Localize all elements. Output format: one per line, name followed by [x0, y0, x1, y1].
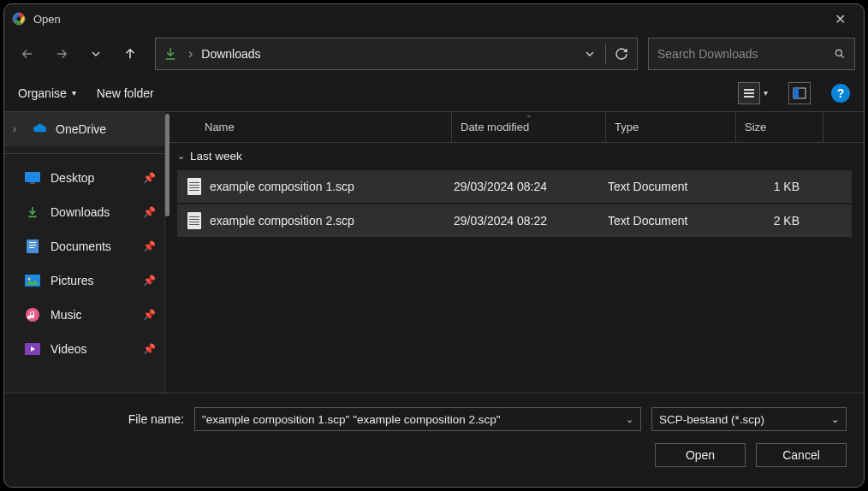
file-type: Text Document: [599, 180, 729, 193]
close-button[interactable]: ✕: [823, 11, 857, 27]
forward-button[interactable]: [47, 39, 76, 68]
sidebar-item-label: OneDrive: [56, 122, 106, 136]
downloads-icon: [156, 46, 185, 62]
footer: File name: ⌄ SCP-bestand (*.scp) ⌄ Open …: [4, 393, 864, 487]
sidebar-item-videos[interactable]: Videos 📌: [4, 332, 164, 366]
svg-rect-8: [25, 172, 40, 182]
sidebar-item-pictures[interactable]: Pictures 📌: [4, 263, 164, 298]
back-button[interactable]: [13, 39, 42, 68]
chevron-down-icon: ▾: [72, 88, 76, 98]
sidebar-item-label: Videos: [51, 342, 133, 356]
file-type: Text Document: [599, 214, 729, 228]
titlebar: Open ✕: [4, 4, 864, 33]
file-date: 29/03/2024 08:22: [445, 214, 599, 228]
search-icon[interactable]: [834, 48, 846, 60]
chevron-down-icon: ⌄: [831, 414, 839, 425]
help-button[interactable]: ?: [831, 84, 850, 103]
music-icon: [25, 307, 40, 322]
chevron-down-icon[interactable]: ▾: [764, 88, 768, 98]
file-date: 29/03/2024 08:24: [445, 180, 599, 193]
pictures-icon: [25, 273, 40, 288]
column-name[interactable]: Name: [174, 112, 452, 142]
main: › OneDrive Desktop 📌 Downloads 📌 Documen…: [4, 112, 864, 393]
desktop-icon: [25, 170, 40, 186]
svg-point-1: [17, 17, 21, 21]
file-open-dialog: Open ✕ › Downloads: [3, 3, 865, 488]
file-icon: [187, 178, 201, 195]
sidebar-item-label: Downloads: [51, 205, 133, 219]
svg-rect-7: [794, 88, 799, 98]
sidebar-item-label: Documents: [51, 240, 133, 253]
up-button[interactable]: [116, 39, 145, 68]
file-name: example composition 1.scp: [210, 180, 354, 193]
svg-rect-4: [744, 92, 754, 94]
svg-point-15: [28, 278, 31, 281]
sidebar-item-downloads[interactable]: Downloads 📌: [4, 195, 164, 229]
svg-rect-11: [29, 242, 36, 243]
pin-icon: 📌: [143, 275, 156, 287]
column-type[interactable]: Type: [606, 112, 736, 142]
sort-indicator-icon: ⌄: [526, 112, 532, 119]
svg-rect-9: [30, 182, 35, 184]
cancel-button[interactable]: Cancel: [756, 443, 847, 467]
window-title: Open: [33, 13, 823, 26]
search-input[interactable]: [657, 47, 827, 61]
videos-icon: [25, 341, 40, 357]
column-size[interactable]: Size: [736, 112, 823, 142]
file-list: Name ⌄Date modified Type Size ⌄ Last wee…: [165, 112, 864, 393]
preview-pane-button[interactable]: [788, 82, 811, 104]
column-date[interactable]: ⌄Date modified: [452, 112, 606, 142]
breadcrumb-downloads[interactable]: Downloads: [196, 44, 265, 64]
svg-rect-13: [29, 247, 34, 248]
filename-label: File name:: [21, 412, 184, 426]
address-bar[interactable]: › Downloads: [155, 38, 638, 70]
refresh-button[interactable]: [606, 47, 637, 61]
file-row[interactable]: example composition 1.scp 29/03/2024 08:…: [177, 170, 852, 203]
filename-input[interactable]: [202, 413, 626, 426]
sidebar: › OneDrive Desktop 📌 Downloads 📌 Documen…: [4, 112, 165, 393]
svg-point-16: [26, 308, 39, 322]
address-dropdown[interactable]: [574, 49, 605, 59]
svg-rect-3: [744, 89, 754, 91]
svg-rect-10: [27, 240, 39, 253]
svg-point-2: [835, 50, 841, 56]
new-folder-button[interactable]: New folder: [97, 86, 154, 100]
chevron-right-icon: ›: [188, 46, 193, 62]
sidebar-item-label: Pictures: [51, 274, 133, 287]
svg-rect-12: [29, 245, 36, 246]
file-icon: [187, 212, 201, 229]
organise-menu[interactable]: Organise ▾: [18, 86, 76, 100]
pin-icon: 📌: [143, 343, 156, 355]
chevron-right-icon: ›: [13, 123, 25, 135]
file-size: 2 KB: [729, 214, 817, 228]
toolbar: Organise ▾ New folder ▾ ?: [4, 74, 864, 112]
pin-icon: 📌: [143, 206, 156, 218]
view-mode-button[interactable]: [738, 82, 760, 104]
sidebar-item-music[interactable]: Music 📌: [4, 298, 164, 332]
pin-icon: 📌: [143, 240, 156, 252]
pin-icon: 📌: [143, 172, 156, 184]
app-logo-icon: [11, 11, 27, 27]
search-box[interactable]: [648, 38, 855, 70]
onedrive-icon: [32, 123, 49, 135]
pin-icon: 📌: [143, 309, 156, 321]
svg-rect-5: [744, 96, 754, 98]
documents-icon: [25, 239, 40, 254]
open-button[interactable]: Open: [655, 443, 746, 467]
column-headers: Name ⌄Date modified Type Size: [165, 112, 864, 143]
sidebar-item-label: Music: [51, 308, 133, 322]
scrollbar[interactable]: [165, 114, 169, 216]
nav-row: › Downloads: [4, 33, 864, 74]
recent-dropdown[interactable]: [81, 39, 110, 68]
filename-input-wrap[interactable]: ⌄: [194, 407, 641, 431]
file-name: example composition 2.scp: [210, 214, 354, 228]
sidebar-item-desktop[interactable]: Desktop 📌: [4, 161, 164, 195]
file-row[interactable]: example composition 2.scp 29/03/2024 08:…: [177, 204, 852, 237]
sidebar-item-documents[interactable]: Documents 📌: [4, 229, 164, 263]
chevron-down-icon[interactable]: ⌄: [626, 414, 633, 425]
filetype-filter[interactable]: SCP-bestand (*.scp) ⌄: [651, 407, 847, 431]
sidebar-item-label: Desktop: [51, 171, 133, 185]
sidebar-item-onedrive[interactable]: › OneDrive: [4, 112, 164, 146]
chevron-down-icon: ⌄: [177, 151, 185, 162]
group-header[interactable]: ⌄ Last week: [165, 143, 864, 169]
